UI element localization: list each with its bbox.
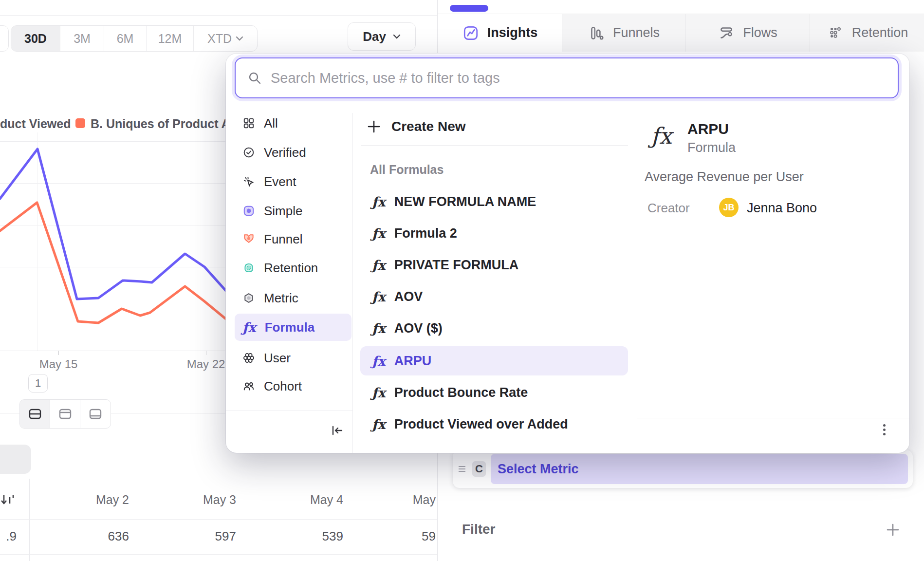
simple-metric-icon [242,205,255,217]
collapse-left-icon [330,423,344,438]
category-label: Simple [264,204,302,219]
table-frozen-divider [29,479,30,561]
metric-picker-dropdown: All Verified Event Simple [226,54,909,453]
plus-icon [367,120,381,133]
range-6m-button[interactable]: 6M [104,26,147,51]
category-all[interactable]: All [235,110,351,137]
category-cohort[interactable]: Cohort [235,373,351,400]
add-filter-button[interactable] [886,523,900,537]
creator-label: Creator [647,201,690,216]
formula-item-selected[interactable]: ƒx ARPU [360,346,628,375]
table-header[interactable]: May 2 [32,493,129,507]
formula-item[interactable]: ƒx AOV ($) [360,314,628,343]
table-row-divider [0,519,437,520]
chevron-down-icon [393,34,401,39]
table-cell: 597 [139,529,236,544]
category-label: Event [264,174,296,189]
category-funnel[interactable]: Funnel [235,225,351,253]
tab-flows[interactable]: Flows [685,14,810,52]
report-tabbar: Insights Funnels Flows [438,14,924,52]
legend-color-chip [75,118,85,128]
table-row-divider [0,554,437,555]
table-header[interactable]: May 4 [246,493,343,507]
table-header[interactable]: May 3 [139,493,236,507]
tab-label: Flows [743,25,777,40]
formula-item[interactable]: ƒx AOV [360,282,628,311]
insights-icon [462,24,480,42]
category-formula[interactable]: ƒx Formula [235,314,351,341]
category-user[interactable]: User [235,344,351,372]
fx-icon: ƒx [372,194,386,209]
formula-label: Formula 2 [394,226,457,241]
legend-item-a[interactable]: duct Viewed [0,117,71,131]
category-verified[interactable]: Verified [235,139,351,166]
axis-tick [58,351,59,355]
fx-icon: ƒx [372,226,386,241]
formula-item[interactable]: ƒx PRIVATE FORMULA [360,250,628,280]
gridline-vertical [37,132,38,351]
layout-split-button[interactable] [20,400,50,428]
fx-icon: ƒx [372,321,386,336]
category-label: Metric [264,291,298,306]
chevron-down-icon [236,36,243,41]
axis-tick [206,351,206,355]
formula-label: ARPU [394,354,432,369]
drag-handle-icon[interactable] [459,468,465,469]
fx-large-icon: ƒx [651,123,672,149]
detail-type: Formula [687,140,736,155]
collapse-sidebar-button[interactable] [326,420,348,441]
section-label: All Formulas [370,163,444,177]
legend-page-button[interactable]: 1 [28,374,48,393]
collapsed-panel-handle[interactable] [0,445,31,474]
create-new-button[interactable]: Create New [367,115,466,138]
range-30d-button[interactable]: 30D [11,26,60,51]
category-simple[interactable]: Simple [235,197,351,224]
active-tab-indicator [450,5,488,12]
detail-description: Average Revenue per User [645,169,804,185]
range-3m-button[interactable]: 3M [60,26,104,51]
legend-item-b[interactable]: B. Uniques of Product Add [91,117,245,131]
create-new-label: Create New [391,119,466,134]
formula-item[interactable]: ƒx NEW FORMULA NAME [360,187,628,216]
tab-insights[interactable]: Insights [438,14,562,52]
category-event[interactable]: Event [235,168,351,195]
metric-search-input[interactable] [271,70,898,86]
granularity-dropdown[interactable]: Day [348,22,416,51]
tab-label: Funnels [613,25,660,40]
category-retention[interactable]: Retention [235,254,351,281]
layout-chart-button[interactable] [50,400,80,428]
table-header[interactable]: May [353,493,436,507]
table-cell: 636 [32,529,129,544]
sort-icon[interactable] [0,491,17,507]
tab-retention[interactable]: Retention [810,14,924,52]
category-label: All [264,116,278,131]
list-divider [361,145,628,146]
formula-label: Product Bounce Rate [394,385,528,400]
sidebar-divider [352,113,353,453]
range-button-cut[interactable] [0,25,9,52]
tab-funnels[interactable]: Funnels [562,14,685,52]
range-xtd-button[interactable]: XTD [194,26,257,51]
layout-split-icon [28,407,42,421]
fx-icon: ƒx [372,289,386,304]
more-options-button[interactable] [874,420,894,439]
category-label: User [264,351,291,366]
metric-key-badge: C [472,461,486,477]
table-cell-frozen: .9 [0,529,17,544]
select-metric-field[interactable]: Select Metric [491,454,908,484]
category-label: Retention [264,261,318,276]
formula-label: Product Viewed over Added [394,417,568,432]
date-range-selector: 30D 3M 6M 12M XTD [11,25,258,52]
formula-item[interactable]: ƒx Formula 2 [360,219,628,248]
retention-icon [827,24,844,42]
formula-item[interactable]: ƒx Product Bounce Rate [360,378,628,407]
table-cell: 539 [246,529,343,544]
range-12m-button[interactable]: 12M [147,26,194,51]
granularity-label: Day [363,29,386,44]
series-b-line [0,203,258,344]
formula-item[interactable]: ƒx Product Viewed over Added [360,410,628,439]
layout-table-button[interactable] [80,400,111,428]
category-label: Formula [265,320,315,335]
filter-section-label: Filter [462,522,495,537]
category-metric[interactable]: Metric [235,284,351,312]
